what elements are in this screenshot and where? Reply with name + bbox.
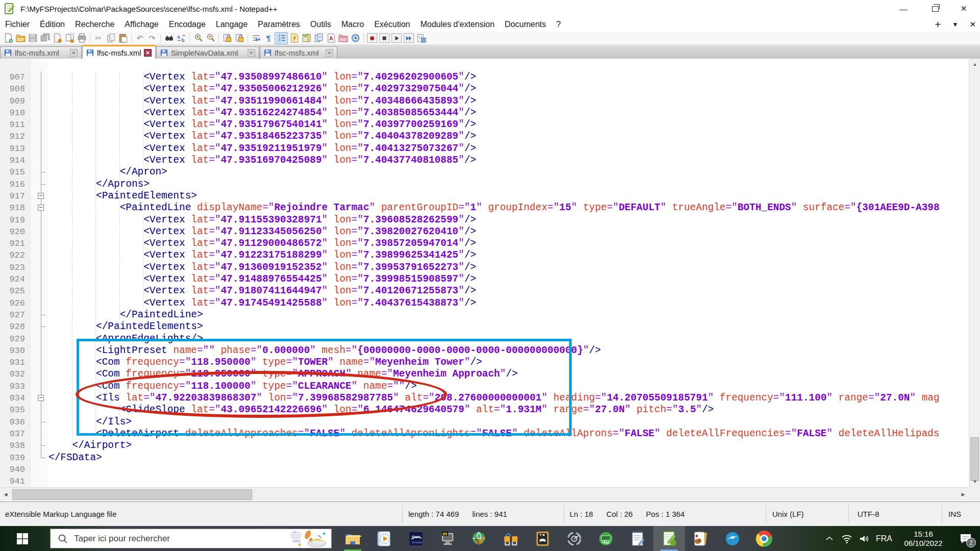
macro-stop-icon[interactable] bbox=[378, 33, 390, 44]
language-indicator[interactable]: FRA bbox=[873, 526, 895, 551]
minimize-button[interactable]: — bbox=[890, 0, 917, 17]
tab-close-icon[interactable]: ✕ bbox=[70, 49, 78, 57]
menu-item--dition[interactable]: Édition bbox=[35, 20, 70, 29]
code-line-929[interactable]: <ApronEdgeLights/> bbox=[48, 333, 969, 345]
taskbar-defrag[interactable] bbox=[558, 526, 590, 551]
document-list-icon[interactable] bbox=[312, 33, 325, 44]
taskbar-chrome[interactable] bbox=[748, 526, 780, 551]
vertical-scrollbar[interactable]: ▲ ▼ bbox=[969, 59, 980, 487]
macro-play-icon[interactable] bbox=[390, 33, 403, 44]
taskbar-memory-tool[interactable] bbox=[590, 526, 622, 551]
taskbar-notepad[interactable] bbox=[622, 526, 653, 551]
code-line-940[interactable] bbox=[48, 464, 969, 475]
document-switcher-icon[interactable]: A bbox=[325, 33, 337, 44]
code-line-927[interactable]: </PaintedLine> bbox=[48, 309, 969, 321]
save-all-icon[interactable] bbox=[39, 33, 51, 44]
menu-item-recherche[interactable]: Recherche bbox=[70, 20, 119, 29]
document-map-icon[interactable] bbox=[300, 33, 312, 44]
folder-as-workspace-icon[interactable] bbox=[337, 33, 349, 44]
scroll-down-icon[interactable]: ▼ bbox=[969, 476, 980, 487]
code-line-931[interactable]: <Com frequency="118.950000" type="TOWER"… bbox=[48, 357, 969, 368]
macro-save-icon[interactable] bbox=[415, 33, 427, 44]
replace-icon[interactable]: ab bbox=[175, 33, 187, 44]
code-line-928[interactable]: </PaintedElements> bbox=[48, 321, 969, 333]
code-line-907[interactable]: <Vertex lat="47.93508997486610" lon="7.4… bbox=[48, 71, 969, 83]
word-wrap-icon[interactable] bbox=[250, 33, 262, 44]
menu-item-outils[interactable]: Outils bbox=[305, 20, 336, 29]
tab-close-icon[interactable]: ✕ bbox=[326, 49, 333, 57]
close-tab-icon[interactable]: ✕ bbox=[969, 20, 976, 29]
code-line-921[interactable]: <Vertex lat="47.91129000486572" lon="7.3… bbox=[48, 238, 969, 249]
code-line-932[interactable]: <Com frequency="118.950000" type="APPROA… bbox=[48, 368, 969, 380]
function-list-icon[interactable] bbox=[288, 33, 300, 44]
menu-item-param-tres[interactable]: Paramètres bbox=[253, 20, 305, 29]
scroll-right-icon[interactable]: ▶ bbox=[958, 489, 969, 500]
save-icon[interactable] bbox=[27, 33, 39, 44]
code-line-908[interactable]: <Vertex lat="47.93505006212926" lon="7.4… bbox=[48, 83, 969, 95]
tab-close-icon[interactable]: ✕ bbox=[144, 49, 152, 57]
code-line-939[interactable]: </FSData> bbox=[48, 452, 969, 464]
code-line-923[interactable]: <Vertex lat="47.91360919152352" lon="7.3… bbox=[48, 262, 969, 273]
editor-area[interactable]: 9079089099109119129139149159169179189199… bbox=[0, 59, 980, 502]
tab-2-SimpleNavData.xml[interactable]: SimpleNavData.xml✕ bbox=[156, 46, 259, 59]
close-file-icon[interactable] bbox=[51, 33, 63, 44]
print-icon[interactable] bbox=[76, 33, 88, 44]
tab-3-lfsc-msfs.xml[interactable]: lfsc-msfs.xml✕ bbox=[260, 46, 337, 59]
code-line-914[interactable]: <Vertex lat="47.93516970425089" lon="7.4… bbox=[48, 155, 969, 166]
taskbar-openoffice[interactable] bbox=[717, 526, 748, 551]
zoom-out-icon[interactable] bbox=[204, 33, 216, 44]
notification-center-button[interactable]: 2 bbox=[951, 526, 980, 551]
taskbar-fps-monitor[interactable]: 99 bbox=[432, 526, 463, 551]
tab-list-icon[interactable]: ▼ bbox=[952, 21, 959, 28]
code-line-925[interactable]: <Vertex lat="47.91807411644947" lon="7.4… bbox=[48, 285, 969, 297]
macro-record-icon[interactable] bbox=[366, 33, 378, 44]
menu-item-affichage[interactable]: Affichage bbox=[119, 20, 163, 29]
menu-item-fichier[interactable]: Fichier bbox=[0, 20, 35, 29]
new-tab-icon[interactable]: + bbox=[935, 18, 941, 31]
restore-button[interactable] bbox=[922, 0, 948, 17]
taskbar-file-explorer[interactable] bbox=[337, 526, 369, 551]
task-view-button[interactable] bbox=[306, 526, 332, 551]
taskbar-solitaire[interactable] bbox=[685, 526, 717, 551]
new-file-icon[interactable] bbox=[2, 33, 14, 44]
code-line-913[interactable]: <Vertex lat="47.93519211951979" lon="7.4… bbox=[48, 143, 969, 155]
menu-item-macro[interactable]: Macro bbox=[336, 20, 369, 29]
tab-0-lfsc-msfs.xml[interactable]: lfsc-msfs.xml✕ bbox=[0, 46, 82, 59]
taskbar-flight-simulator[interactable]: FlightSimulator bbox=[400, 526, 432, 551]
menu-item-?[interactable]: ? bbox=[551, 20, 566, 29]
tray-expand-icon[interactable] bbox=[821, 526, 838, 551]
start-button[interactable] bbox=[8, 526, 37, 551]
zoom-in-icon[interactable] bbox=[192, 33, 204, 44]
horizontal-scroll-thumb[interactable] bbox=[12, 489, 252, 500]
tab-1-lfsc-msfs.xml[interactable]: lfsc-msfs.xml✕ bbox=[82, 45, 156, 59]
status-eol-format[interactable]: Unix (LF) bbox=[772, 510, 804, 518]
code-line-926[interactable]: <Vertex lat="47.91745491425588" lon="7.4… bbox=[48, 297, 969, 309]
code-line-910[interactable]: <Vertex lat="47.93516224274854" lon="7.4… bbox=[48, 107, 969, 119]
code-line-934[interactable]: <Ils lat="47.92203839868307" lon="7.3996… bbox=[48, 392, 969, 404]
taskbar-clip-manager[interactable] bbox=[495, 526, 527, 551]
undo-icon[interactable]: ↶ bbox=[134, 33, 146, 44]
tab-close-icon[interactable]: ✕ bbox=[248, 49, 255, 57]
indent-guides-icon[interactable] bbox=[275, 32, 288, 44]
menu-item-ex-cution[interactable]: Exécution bbox=[369, 20, 415, 29]
scroll-up-icon[interactable]: ▲ bbox=[969, 59, 980, 70]
horizontal-scrollbar[interactable]: ◀ ▶ bbox=[0, 487, 969, 502]
code-line-930[interactable]: <LightPreset name="" phase="0.000000" me… bbox=[48, 345, 969, 357]
code-line-936[interactable]: </Ils> bbox=[48, 416, 969, 428]
code-line-920[interactable]: <Vertex lat="47.91123345056250" lon="7.3… bbox=[48, 226, 969, 238]
menu-item-modules-d-extension[interactable]: Modules d'extension bbox=[415, 20, 499, 29]
redo-icon[interactable]: ↷ bbox=[146, 33, 158, 44]
close-button[interactable]: ✕ bbox=[950, 0, 977, 17]
code-line-924[interactable]: <Vertex lat="47.91488976554425" lon="7.3… bbox=[48, 273, 969, 285]
code-line-935[interactable]: <GlideSlope lat="43.09652142226696" lon=… bbox=[48, 404, 969, 416]
status-insert-mode[interactable]: INS bbox=[948, 510, 961, 518]
code-line-915[interactable]: </Apron> bbox=[48, 166, 969, 178]
code-line-938[interactable]: </Airport> bbox=[48, 440, 969, 452]
fold-marker[interactable] bbox=[31, 202, 48, 214]
code-line-911[interactable]: <Vertex lat="47.93517967540141" lon="7.4… bbox=[48, 119, 969, 131]
volume-icon[interactable] bbox=[855, 526, 873, 551]
code-line-941[interactable] bbox=[48, 475, 969, 487]
close-all-icon[interactable] bbox=[63, 33, 76, 44]
paste-icon[interactable] bbox=[117, 33, 129, 44]
vertical-scroll-thumb[interactable] bbox=[970, 437, 979, 481]
